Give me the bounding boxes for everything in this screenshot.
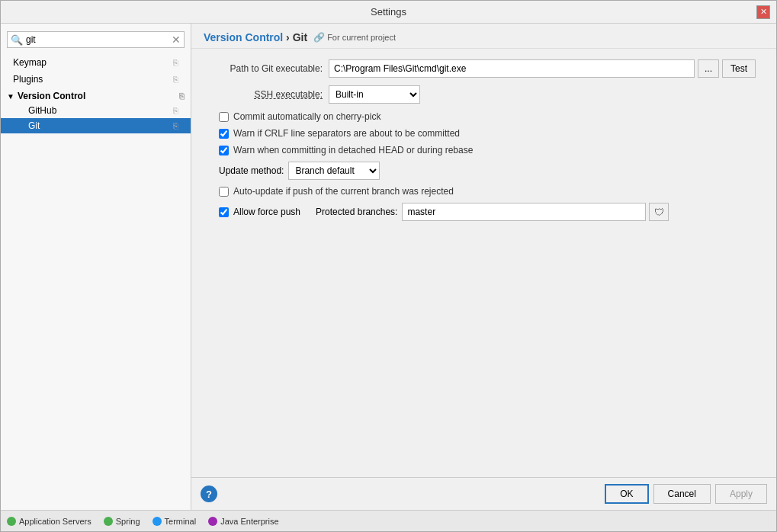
spring-icon (104, 517, 113, 526)
path-label: Path to Git executable: (207, 63, 329, 74)
allow-force-push-checkbox[interactable] (219, 207, 229, 217)
sidebar-item-label-github: GitHub (28, 105, 56, 116)
detached-label: Warn when committing in detached HEAD or… (233, 145, 473, 155)
cherry-pick-checkbox[interactable] (219, 112, 229, 122)
path-row: Path to Git executable: ... Test (207, 59, 761, 78)
for-project-badge: 🔗 For current project (313, 32, 396, 43)
sidebar-item-git[interactable]: Git ⎘ (1, 118, 191, 133)
breadcrumb: Version Control › Git (204, 31, 307, 43)
allow-force-push-label: Allow force push (233, 207, 300, 217)
ok-button[interactable]: OK (605, 484, 648, 504)
version-control-copy-icon: ⎘ (179, 91, 185, 101)
app-servers-label: Application Servers (19, 517, 92, 526)
checkbox-crlf: Warn if CRLF line separators are about t… (207, 128, 761, 139)
checkbox-auto-update: Auto-update if push of the current branc… (207, 186, 761, 197)
ssh-label-text: SSH executable: (255, 89, 323, 100)
sidebar: 🔍 ✕ Keymap ⎘ Plugins ⎘ ▼ Version Control… (1, 24, 191, 510)
sidebar-section-label: Version Control (18, 91, 85, 101)
help-button[interactable]: ? (201, 486, 217, 502)
breadcrumb-parent[interactable]: Version Control (204, 31, 283, 43)
app-servers-icon (7, 517, 16, 526)
for-project-label: For current project (327, 33, 396, 42)
auto-update-checkbox[interactable] (219, 187, 229, 197)
window-title: Settings (21, 6, 756, 18)
github-copy-icon: ⎘ (173, 106, 178, 115)
ssh-select[interactable]: Built-in System (329, 85, 420, 104)
browse-button[interactable]: ... (698, 59, 719, 78)
for-project-icon: 🔗 (313, 32, 325, 43)
detached-checkbox[interactable] (219, 146, 229, 155)
sidebar-item-label-git: Git (28, 120, 40, 131)
sidebar-section-version-control[interactable]: ▼ Version Control ⎘ (1, 88, 191, 103)
protected-branches-label: Protected branches: (316, 207, 397, 217)
force-push-row: Allow force push Protected branches: 🛡 (207, 203, 761, 221)
ssh-label: SSH executable: (207, 89, 329, 100)
update-method-row: Update method: Branch default Merge Reba… (207, 162, 761, 180)
breadcrumb-current: Git (293, 31, 307, 43)
dialog-buttons: OK Cancel Apply (605, 484, 767, 504)
taskbar-item-terminal[interactable]: Terminal (153, 517, 197, 526)
shield-icon: 🛡 (654, 207, 664, 218)
cancel-button[interactable]: Cancel (653, 484, 711, 504)
java-enterprise-label: Java Enterprise (220, 517, 278, 526)
java-enterprise-icon (208, 517, 217, 526)
checkbox-detached: Warn when committing in detached HEAD or… (207, 145, 761, 155)
taskbar-item-app-servers[interactable]: Application Servers (7, 517, 92, 526)
clear-search-icon[interactable]: ✕ (172, 34, 181, 46)
taskbar-item-spring[interactable]: Spring (104, 517, 140, 526)
test-button[interactable]: Test (722, 59, 756, 78)
apply-button[interactable]: Apply (715, 484, 767, 504)
update-method-select[interactable]: Branch default Merge Rebase (288, 162, 380, 180)
terminal-label: Terminal (165, 517, 197, 526)
terminal-icon (153, 517, 162, 526)
spring-label: Spring (116, 517, 140, 526)
main-header: Version Control › Git 🔗 For current proj… (191, 24, 776, 49)
taskbar-item-java-enterprise[interactable]: Java Enterprise (208, 517, 278, 526)
expand-arrow-icon: ▼ (7, 92, 14, 101)
sidebar-item-label-keymap: Keymap (13, 57, 47, 68)
settings-panel: Path to Git executable: ... Test SSH exe… (191, 49, 776, 477)
sidebar-item-keymap[interactable]: Keymap ⎘ (1, 54, 191, 71)
close-button[interactable]: ✕ (756, 5, 770, 19)
sidebar-item-label-plugins: Plugins (13, 74, 43, 85)
plugins-copy-icon: ⎘ (173, 75, 178, 84)
search-icon: 🔍 (11, 34, 23, 46)
breadcrumb-separator: › (283, 31, 292, 43)
sidebar-item-github[interactable]: GitHub ⎘ (1, 103, 191, 118)
protected-branches-input[interactable] (402, 203, 646, 221)
path-input[interactable] (329, 59, 695, 78)
ssh-row: SSH executable: Built-in System (207, 85, 761, 104)
taskbar: Application Servers Spring Terminal Java… (1, 510, 776, 531)
crlf-checkbox[interactable] (219, 129, 229, 139)
title-bar: Settings ✕ (1, 1, 776, 24)
content-area: 🔍 ✕ Keymap ⎘ Plugins ⎘ ▼ Version Control… (1, 24, 776, 510)
update-method-label: Update method: (219, 165, 284, 176)
search-box[interactable]: 🔍 ✕ (7, 31, 185, 48)
git-copy-icon: ⎘ (173, 121, 178, 130)
search-input[interactable] (26, 34, 172, 45)
auto-update-label: Auto-update if push of the current branc… (233, 186, 454, 197)
checkbox-cherry-pick: Commit automatically on cherry-pick (207, 111, 761, 122)
keymap-copy-icon: ⎘ (173, 58, 178, 67)
crlf-label: Warn if CRLF line separators are about t… (233, 128, 460, 139)
bottom-bar: ? OK Cancel Apply (191, 477, 776, 510)
sidebar-item-plugins[interactable]: Plugins ⎘ (1, 71, 191, 88)
main-panel: Version Control › Git 🔗 For current proj… (191, 24, 776, 510)
settings-window: Settings ✕ 🔍 ✕ Keymap ⎘ Plugins ⎘ ▼ Vers… (0, 0, 777, 532)
protected-branches-icon-button[interactable]: 🛡 (649, 203, 669, 221)
cherry-pick-label: Commit automatically on cherry-pick (233, 111, 380, 122)
